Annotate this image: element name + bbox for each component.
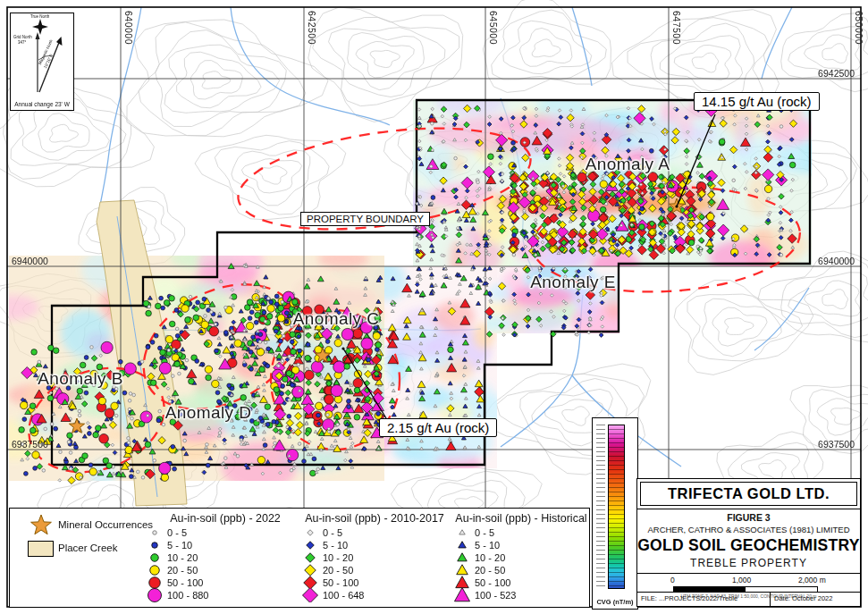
sample-circle <box>31 349 38 356</box>
sample-circle <box>227 383 232 388</box>
sample-circle <box>274 329 278 333</box>
sample-circle <box>262 310 266 315</box>
sample-circle <box>780 125 783 129</box>
sample-circle <box>32 451 39 458</box>
sample-circle <box>266 314 273 320</box>
legend-item: 5 - 10 <box>450 539 593 551</box>
sample-circle <box>248 408 252 412</box>
sample-circle <box>21 442 24 446</box>
legend-group-triangle: Au-in-soil (ppb) - Historical0 - 55 - 10… <box>450 512 593 601</box>
placer-creek-swatch <box>28 541 54 557</box>
legend-item: 20 - 50 <box>142 564 308 576</box>
sample-circle <box>24 472 29 476</box>
sample-circle <box>258 332 263 337</box>
legend-item-range: 10 - 20 <box>323 552 353 563</box>
sample-circle <box>249 310 254 315</box>
diamond-symbol-icon <box>302 588 318 602</box>
sample-circle <box>106 463 113 469</box>
sample-circle <box>92 383 96 387</box>
sample-circle <box>430 164 434 168</box>
sample-circle <box>326 414 330 417</box>
sample-circle <box>292 299 299 306</box>
sample-circle <box>315 305 324 315</box>
sample-circle <box>448 347 454 353</box>
sample-circle <box>97 364 103 370</box>
sample-circle <box>234 340 241 347</box>
sample-circle <box>204 315 207 318</box>
sample-circle <box>169 296 175 302</box>
sample-circle <box>316 467 320 471</box>
sample-circle <box>114 387 118 391</box>
sample-circle <box>732 179 736 182</box>
title-block: TRIFECTA GOLD LTD. FIGURE 3 ARCHER, CATH… <box>636 478 861 607</box>
sample-circle <box>185 358 189 362</box>
sample-circle <box>78 409 81 413</box>
sample-circle <box>257 457 265 464</box>
sample-circle <box>159 296 164 300</box>
sample-circle <box>282 376 289 383</box>
sample-circle <box>195 359 199 364</box>
sample-circle <box>305 370 315 380</box>
sample-circle <box>281 359 284 363</box>
legend-item-range: 5 - 10 <box>475 540 500 551</box>
sample-circle <box>156 418 161 423</box>
sample-circle <box>302 459 307 464</box>
sample-circle <box>210 310 214 314</box>
sample-circle <box>147 306 151 309</box>
sample-circle <box>105 408 114 418</box>
sample-circle <box>511 140 516 145</box>
sample-circle <box>284 311 289 315</box>
sample-circle <box>254 320 258 324</box>
sample-circle <box>354 387 360 393</box>
sample-circle <box>375 315 381 321</box>
sample-circle <box>376 412 381 416</box>
sample-circle <box>312 457 316 461</box>
sample-circle <box>258 341 262 344</box>
sample-circle <box>206 463 210 467</box>
property-name: TREBLE PROPERTY <box>637 557 860 569</box>
sample-circle <box>311 361 323 373</box>
sample-circle <box>100 382 107 389</box>
sample-circle <box>347 405 351 409</box>
legend-item-range: 50 - 100 <box>167 577 203 588</box>
sample-circle <box>53 348 59 354</box>
legend-item-range: 0 - 5 <box>475 527 494 538</box>
sample-circle <box>434 422 438 426</box>
sample-circle <box>259 366 265 373</box>
mineral-occurrences-label: Mineral Occurrences <box>58 519 153 530</box>
sample-circle <box>488 154 494 160</box>
legend-item: 10 - 20 <box>298 551 451 564</box>
sample-circle <box>42 469 46 473</box>
sample-circle <box>264 341 267 344</box>
sample-circle <box>178 372 181 375</box>
sample-circle <box>215 391 220 395</box>
sample-circle <box>162 423 165 426</box>
sample-circle <box>161 474 168 481</box>
sample-circle <box>90 346 94 349</box>
sample-circle <box>172 374 175 378</box>
sample-circle <box>291 349 297 355</box>
sample-circle <box>281 384 285 389</box>
sample-circle <box>272 420 276 425</box>
sample-circle <box>69 467 72 471</box>
consultant-name: ARCHER, CATHRO & ASSOCIATES (1981) LIMIT… <box>637 525 860 534</box>
sample-circle <box>66 386 71 391</box>
sample-circle <box>128 400 131 403</box>
legend-item: 5 - 10 <box>142 539 308 551</box>
sample-circle <box>316 402 323 409</box>
sample-circle <box>78 414 81 417</box>
sample-circle <box>59 450 63 454</box>
sample-circle <box>306 342 310 347</box>
sample-circle <box>209 326 219 336</box>
legend-item: 5 - 10 <box>298 539 451 551</box>
legend-item: 100 - 648 <box>298 589 451 601</box>
sample-circle <box>331 385 342 397</box>
figure-title: GOLD SOIL GEOCHEMISTRY <box>637 536 860 555</box>
sample-circle <box>161 306 165 310</box>
company-name: TRIFECTA GOLD LTD. <box>640 482 857 506</box>
sample-circle <box>223 331 228 335</box>
sample-circle <box>46 386 51 391</box>
sample-circle <box>84 356 88 360</box>
sample-circle <box>125 446 132 453</box>
sample-circle <box>129 475 133 479</box>
